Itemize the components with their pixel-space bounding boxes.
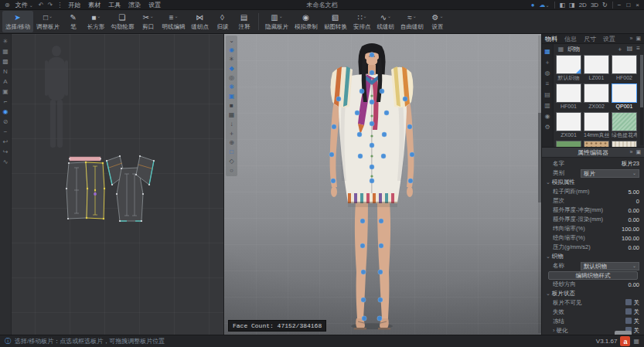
fabric-swatch[interactable]: HF001 bbox=[556, 83, 581, 110]
freeze-icon[interactable]: ❋ bbox=[227, 83, 236, 91]
curve-right-icon[interactable]: ↪ bbox=[2, 148, 10, 156]
prop-value[interactable]: 0.00 bbox=[628, 216, 639, 223]
undo-icon[interactable]: ↶ bbox=[39, 2, 44, 9]
show-garment-icon[interactable]: ▣ bbox=[227, 93, 236, 100]
cloud-sync-icon[interactable]: ☁⌄ bbox=[539, 2, 549, 9]
fabric-swatch[interactable]: 绿色提花布 bbox=[612, 112, 637, 138]
snap-icon[interactable]: ✳ bbox=[2, 38, 10, 46]
view-3d-button[interactable]: 3D bbox=[591, 2, 598, 9]
menu-tools[interactable]: 工具 bbox=[108, 1, 121, 9]
fabric-swatch[interactable] bbox=[584, 141, 609, 147]
notch-label-icon[interactable]: N bbox=[2, 68, 10, 76]
layout-right-icon[interactable]: ◨ bbox=[569, 2, 575, 9]
select-move-tool[interactable]: ➤ 选择/移动 bbox=[2, 11, 33, 32]
fill-pattern-icon[interactable]: ▩ bbox=[2, 58, 10, 66]
tab-settings[interactable]: 设置 bbox=[603, 35, 615, 43]
app-logo-icon[interactable]: ⊛ bbox=[5, 2, 10, 9]
layer-icon[interactable]: ▣ bbox=[2, 88, 10, 96]
settings-tool[interactable]: ⚙ ⌄ 设置 bbox=[427, 11, 448, 32]
target-icon[interactable]: ⊕ bbox=[227, 139, 236, 147]
popout-panel-icon[interactable]: ▣ bbox=[635, 36, 641, 42]
account-icon[interactable]: ● bbox=[531, 2, 535, 9]
fabric-swatch[interactable]: 默认织物 bbox=[556, 55, 581, 81]
fabric-swatch[interactable]: LZ001 bbox=[584, 55, 609, 81]
scene-settings-icon[interactable]: ⚙ bbox=[543, 124, 552, 131]
tab-info[interactable]: 信息 bbox=[564, 35, 577, 43]
fabric-swatch[interactable]: ZX001 bbox=[556, 112, 581, 138]
curve-left-icon[interactable]: ↩ bbox=[2, 138, 10, 146]
ring-icon[interactable]: ○ bbox=[227, 167, 236, 175]
add-fabric-button[interactable]: ＋ bbox=[617, 45, 623, 53]
hide-icon[interactable]: ⊘ bbox=[2, 118, 10, 126]
avatar-alt-icon[interactable]: ◎ bbox=[227, 74, 236, 82]
free-sew-tool[interactable]: ≈ ⌄ 自由缝纫 bbox=[397, 11, 427, 32]
prop-value[interactable]: 100.00 bbox=[622, 226, 639, 233]
record-tool[interactable]: ◉ 模拟录制 bbox=[291, 11, 321, 32]
fabric-swatch[interactable]: ZX002 bbox=[584, 83, 609, 110]
pen-tool[interactable]: ✎ 笔 bbox=[63, 11, 84, 32]
grid-icon[interactable]: ▦ bbox=[2, 48, 10, 56]
piping-icon[interactable]: ▥ bbox=[543, 102, 552, 110]
sew-point-tool[interactable]: ⋈ 缝纫点 bbox=[189, 11, 213, 32]
prop-value[interactable]: 默认织物 bbox=[581, 262, 639, 270]
avatar-fit-icon[interactable]: ◆ bbox=[227, 65, 236, 73]
fabric-swatch[interactable]: HF002 bbox=[612, 55, 637, 81]
prop-value[interactable]: 0.00 bbox=[628, 244, 639, 251]
fabric-swatch[interactable] bbox=[612, 141, 637, 147]
arrange-point-tool[interactable]: ∷ ⌄ 安排点 bbox=[350, 11, 374, 32]
hide-pattern-tool[interactable]: ▥ ⌄ 隐藏板片 bbox=[262, 11, 291, 32]
menu-start[interactable]: 开始 bbox=[68, 1, 80, 9]
popout-props-icon[interactable]: ▣ bbox=[635, 149, 641, 155]
panel-collapse-handle[interactable] bbox=[615, 331, 632, 335]
pattern-2d-viewport[interactable]: ✳▦▩NA▣⌐◉⊘−↩↪∿ bbox=[0, 34, 224, 335]
skeleton-icon[interactable]: ✳ bbox=[227, 56, 236, 63]
collapse-icon[interactable]: ⌄ bbox=[227, 37, 236, 45]
tab-size[interactable]: 尺寸 bbox=[584, 35, 596, 43]
baseline-icon[interactable]: − bbox=[2, 128, 10, 136]
prop-value[interactable]: 0.00 bbox=[628, 207, 639, 214]
prop-value[interactable]: 0 bbox=[636, 198, 639, 205]
swatch-scrollbar[interactable] bbox=[640, 55, 643, 145]
fabric-swatch[interactable] bbox=[556, 141, 581, 147]
avatar-material-icon[interactable]: ◉ bbox=[543, 113, 552, 121]
menu-settings[interactable]: 设置 bbox=[148, 1, 161, 9]
topstitch-tool[interactable]: ≡ ⌄ 明线编辑 bbox=[159, 11, 189, 32]
show-avatar-icon[interactable]: ◉ bbox=[227, 46, 236, 54]
prop-value[interactable]: 关 bbox=[625, 318, 640, 325]
viewport-3d[interactable]: ⌄◉✳◆◎❋▣■▦↓＋⊕□◇○ bbox=[224, 34, 541, 335]
qr-grid-icon[interactable]: ▦ bbox=[633, 338, 639, 345]
rectangle-tool[interactable]: ■ ⌄ 长方形 bbox=[84, 11, 108, 32]
redo-icon[interactable]: ↷ bbox=[47, 2, 53, 9]
mesh-icon[interactable]: ▦ bbox=[227, 111, 236, 119]
sync-icon[interactable]: ↻ bbox=[602, 2, 608, 9]
prop-value[interactable]: 关 bbox=[625, 299, 640, 307]
gravity-icon[interactable]: ↓ bbox=[227, 121, 236, 128]
prop-value[interactable]: 板片 bbox=[581, 169, 639, 178]
list-view-button[interactable]: ≡ bbox=[636, 45, 640, 53]
curve-icon[interactable]: ∿ bbox=[2, 158, 10, 166]
prop-value[interactable]: 编辑织物样式 bbox=[548, 271, 638, 280]
fabric-swatch[interactable]: QP001 bbox=[612, 83, 637, 110]
tab-material[interactable]: 物料 bbox=[545, 35, 557, 43]
fabric-swatch[interactable]: 14mm真丝缎 bbox=[584, 112, 609, 138]
hardware-icon[interactable]: ▤ bbox=[543, 91, 552, 99]
add-material-icon[interactable]: ＋ bbox=[543, 59, 552, 66]
separator[interactable] bbox=[258, 13, 259, 30]
pin-icon[interactable]: ＋ bbox=[227, 130, 236, 138]
brand-logo[interactable]: a bbox=[620, 336, 630, 346]
prop-value[interactable]: 5.00 bbox=[628, 189, 639, 196]
view-2d-button[interactable]: 2D bbox=[579, 2, 587, 9]
fabric-icon[interactable]: ▦ bbox=[543, 48, 552, 56]
trace-outline-tool[interactable]: ❏ 勾勒轮廓 bbox=[108, 11, 138, 32]
garment-solid-icon[interactable]: ■ bbox=[227, 102, 236, 110]
file-menu[interactable]: 文件 ⌄ bbox=[15, 1, 33, 9]
show-texture-icon[interactable]: ◉ bbox=[2, 108, 10, 116]
minimize-button[interactable]: − bbox=[618, 2, 622, 9]
line-sew-tool[interactable]: ∿ ⌄ 线缝纫 bbox=[374, 11, 398, 32]
prop-value[interactable]: 关 bbox=[625, 308, 640, 316]
pattern-pieces[interactable] bbox=[62, 154, 166, 227]
corner-icon[interactable]: ⌐ bbox=[2, 98, 10, 106]
expand-panel-icon[interactable]: » bbox=[629, 36, 632, 42]
notch-tool[interactable]: ✂ ⌄ 剪口 bbox=[138, 11, 159, 32]
prop-value[interactable]: 0.00 bbox=[628, 281, 639, 288]
